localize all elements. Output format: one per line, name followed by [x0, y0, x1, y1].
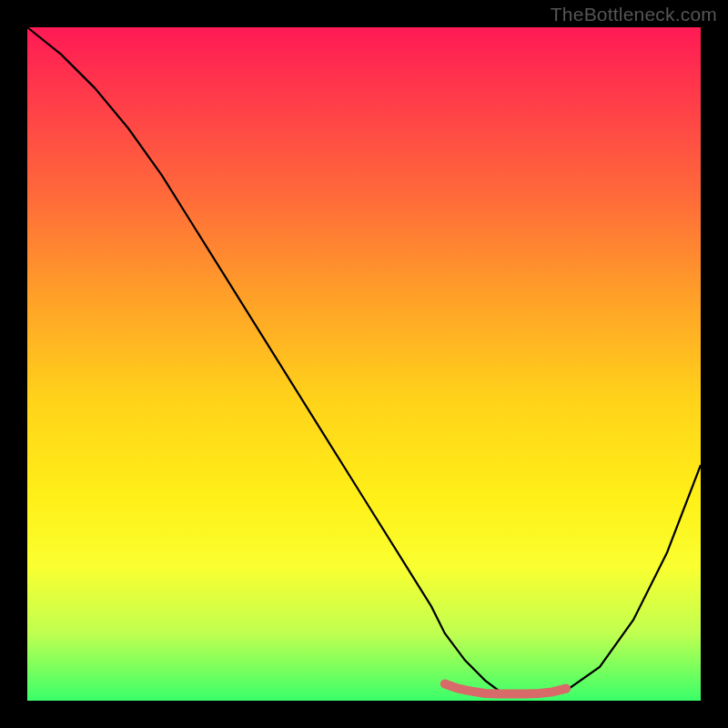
chart-svg	[27, 27, 701, 701]
main-curve-line	[27, 27, 701, 694]
highlight-curve-line	[445, 684, 566, 694]
highlight-end-dot	[561, 684, 571, 693]
watermark-text: TheBottleneck.com	[551, 4, 717, 25]
